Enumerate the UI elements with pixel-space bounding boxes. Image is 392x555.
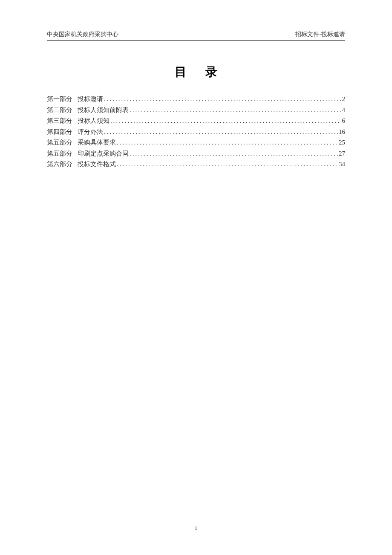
toc-dot-leader bbox=[130, 105, 341, 116]
toc-item-title: 评分办法 bbox=[78, 127, 103, 138]
toc-entry: 第六部分 投标文件格式 34 bbox=[47, 159, 345, 170]
toc-title-heading: 目录 bbox=[47, 64, 345, 80]
toc-entry: 第五部分 印刷定点采购合同 27 bbox=[47, 148, 345, 159]
table-of-contents: 第一部分 投标邀请 2 第二部分 投标人须知前附表 4 第三部分 投标人须知 6… bbox=[47, 94, 345, 170]
toc-page-number: 34 bbox=[339, 159, 345, 170]
footer-page-number: 1 bbox=[195, 525, 198, 531]
toc-dot-leader bbox=[117, 137, 338, 148]
toc-page-number: 27 bbox=[339, 148, 345, 159]
toc-dot-leader bbox=[130, 148, 338, 159]
toc-entry: 第一部分 投标邀请 2 bbox=[47, 94, 345, 105]
toc-section-label: 第四部分 bbox=[47, 127, 72, 138]
toc-entry: 第五部分 采购具体要求 25 bbox=[47, 137, 345, 148]
toc-page-number: 16 bbox=[339, 127, 345, 138]
toc-page-number: 6 bbox=[342, 116, 346, 127]
toc-entry: 第三部分 投标人须知 6 bbox=[47, 116, 345, 127]
toc-section-label: 第六部分 bbox=[47, 159, 72, 170]
header-left-text: 中央国家机关政府采购中心 bbox=[47, 31, 118, 38]
toc-page-number: 2 bbox=[342, 94, 346, 105]
toc-entry: 第二部分 投标人须知前附表 4 bbox=[47, 105, 345, 116]
toc-section-label: 第三部分 bbox=[47, 116, 72, 127]
toc-entry: 第四部分 评分办法 16 bbox=[47, 127, 345, 138]
toc-page-number: 4 bbox=[342, 105, 346, 116]
toc-item-title: 投标文件格式 bbox=[78, 159, 116, 170]
toc-item-title: 投标邀请 bbox=[78, 94, 103, 105]
toc-page-number: 25 bbox=[339, 137, 345, 148]
toc-item-title: 投标人须知前附表 bbox=[78, 105, 129, 116]
toc-section-label: 第一部分 bbox=[47, 94, 72, 105]
header-right-text: 招标文件-投标邀请 bbox=[295, 31, 345, 38]
toc-dot-leader bbox=[104, 94, 341, 105]
document-page: 中央国家机关政府采购中心 招标文件-投标邀请 目录 第一部分 投标邀请 2 第二… bbox=[0, 0, 392, 555]
toc-item-title: 采购具体要求 bbox=[78, 137, 116, 148]
page-footer: 1 bbox=[0, 525, 392, 532]
toc-dot-leader bbox=[110, 116, 341, 127]
toc-section-label: 第五部分 bbox=[47, 137, 72, 148]
toc-item-title: 投标人须知 bbox=[78, 116, 110, 127]
toc-item-title: 印刷定点采购合同 bbox=[78, 148, 129, 159]
toc-section-label: 第五部分 bbox=[47, 148, 72, 159]
toc-dot-leader bbox=[104, 127, 338, 138]
toc-dot-leader bbox=[117, 159, 338, 170]
toc-section-label: 第二部分 bbox=[47, 105, 72, 116]
page-header: 中央国家机关政府采购中心 招标文件-投标邀请 bbox=[47, 31, 345, 40]
